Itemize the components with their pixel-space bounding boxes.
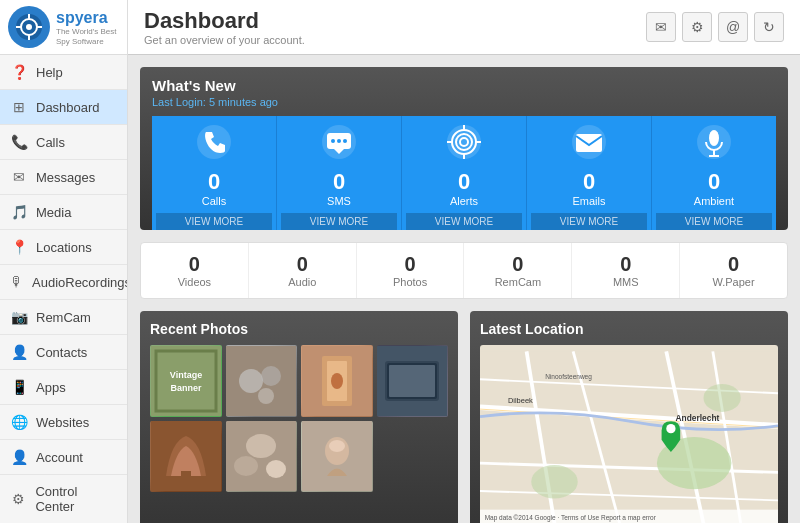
stat-ambient: 0 Ambient VIEW MORE [652, 116, 776, 230]
svg-rect-42 [389, 365, 435, 397]
svg-point-47 [234, 456, 258, 476]
sidebar-label-control-center: Control Center [35, 484, 117, 514]
svg-point-11 [337, 139, 341, 143]
sidebar-item-audiorecordings[interactable]: 🎙 AudioRecordings [0, 265, 127, 300]
remcam-icon: 📷 [10, 309, 28, 325]
calls-count: 0 [208, 169, 220, 195]
sidebar-item-websites[interactable]: 🌐 Websites [0, 405, 127, 440]
sec-stat-wpaper: 0 W.Paper [680, 243, 787, 298]
sidebar-item-account[interactable]: 👤 Account [0, 440, 127, 475]
photos-label: Photos [393, 276, 427, 288]
remcam-count: 0 [512, 253, 523, 276]
svg-text:Map data ©2014 Google · Terms : Map data ©2014 Google · Terms of Use Rep… [485, 514, 657, 522]
stat-emails: 0 Emails VIEW MORE [527, 116, 652, 230]
sidebar-item-help[interactable]: ❓ Help [0, 55, 127, 90]
photo-thumb-3[interactable] [301, 345, 373, 417]
bottom-row: Recent Photos Vintage Banner [140, 311, 788, 523]
alerts-stat-icon [446, 124, 482, 167]
mms-label: MMS [613, 276, 639, 288]
alerts-label: Alerts [450, 195, 478, 207]
ambient-label: Ambient [694, 195, 734, 207]
settings-button[interactable]: ⚙ [682, 12, 712, 42]
messages-icon: ✉ [10, 169, 28, 185]
sidebar-item-locations[interactable]: 📍 Locations [0, 230, 127, 265]
svg-point-38 [331, 373, 343, 389]
sms-label: SMS [327, 195, 351, 207]
sec-stat-remcam: 0 RemCam [464, 243, 572, 298]
sidebar-item-contacts[interactable]: 👤 Contacts [0, 335, 127, 370]
whats-new-title: What's New [152, 77, 776, 94]
sec-stat-mms: 0 MMS [572, 243, 680, 298]
sidebar-label-dashboard: Dashboard [36, 100, 100, 115]
svg-text:Dilbeek: Dilbeek [508, 396, 533, 405]
photo-thumb-7[interactable] [301, 421, 373, 493]
email-button[interactable]: ✉ [646, 12, 676, 42]
photo-thumb-2[interactable] [226, 345, 298, 417]
dashboard-icon: ⊞ [10, 99, 28, 115]
content-area: What's New Last Login: 5 minutes ago 0 C… [128, 55, 800, 523]
svg-rect-44 [181, 471, 191, 481]
sidebar-item-apps[interactable]: 📱 Apps [0, 370, 127, 405]
svg-point-51 [329, 440, 345, 452]
svg-text:Ninoofsteenweg: Ninoofsteenweg [545, 373, 592, 381]
sidebar-item-media[interactable]: 🎵 Media [0, 195, 127, 230]
sec-stat-audio: 0 Audio [249, 243, 357, 298]
emails-view-more[interactable]: VIEW MORE [531, 213, 647, 230]
svg-point-12 [343, 139, 347, 143]
svg-text:Vintage: Vintage [170, 370, 202, 380]
svg-rect-22 [576, 134, 602, 152]
sidebar-label-remcam: RemCam [36, 310, 91, 325]
last-login-text: Last Login: 5 minutes ago [152, 96, 776, 108]
photo-thumb-6[interactable] [226, 421, 298, 493]
svg-text:Banner: Banner [170, 383, 202, 393]
wpaper-label: W.Paper [712, 276, 754, 288]
sidebar-label-audiorecordings: AudioRecordings [32, 275, 128, 290]
emails-label: Emails [572, 195, 605, 207]
ambient-view-more[interactable]: VIEW MORE [656, 213, 772, 230]
recent-photos-title: Recent Photos [150, 321, 448, 337]
svg-point-46 [246, 434, 276, 458]
videos-count: 0 [189, 253, 200, 276]
svg-point-48 [266, 460, 286, 478]
photo-thumb-5[interactable] [150, 421, 222, 493]
sidebar-label-media: Media [36, 205, 71, 220]
page-title: Dashboard [144, 8, 305, 34]
svg-point-64 [704, 384, 741, 412]
map-container: Dilbeek Anderlecht Ninoofsteenweg Map da… [480, 345, 778, 523]
alerts-view-more[interactable]: VIEW MORE [406, 213, 522, 230]
sidebar-item-control-center[interactable]: ⚙ Control Center [0, 475, 127, 523]
logo-icon [8, 6, 50, 48]
audio-count: 0 [297, 253, 308, 276]
stat-calls: 0 Calls VIEW MORE [152, 116, 277, 230]
svg-point-2 [26, 24, 32, 30]
sms-stat-icon [321, 124, 357, 167]
contacts-icon: 👤 [10, 344, 28, 360]
photo-thumb-1[interactable]: Vintage Banner [150, 345, 222, 417]
help-icon: ❓ [10, 64, 28, 80]
calls-view-more[interactable]: VIEW MORE [156, 213, 272, 230]
emails-stat-icon [571, 124, 607, 167]
ambient-stat-icon [696, 124, 732, 167]
page-title-area: Dashboard Get an overview of your accoun… [144, 8, 305, 46]
emails-count: 0 [583, 169, 595, 195]
sidebar-label-calls: Calls [36, 135, 65, 150]
svg-rect-27 [151, 346, 221, 416]
sidebar-item-calls[interactable]: 📞 Calls [0, 125, 127, 160]
sidebar-item-messages[interactable]: ✉ Messages [0, 160, 127, 195]
svg-point-33 [261, 366, 281, 386]
audio-label: Audio [288, 276, 316, 288]
refresh-button[interactable]: ↻ [754, 12, 784, 42]
sidebar-label-apps: Apps [36, 380, 66, 395]
topbar: Dashboard Get an overview of your accoun… [128, 0, 800, 55]
sidebar-item-remcam[interactable]: 📷 RemCam [0, 300, 127, 335]
wpaper-count: 0 [728, 253, 739, 276]
sidebar-item-dashboard[interactable]: ⊞ Dashboard [0, 90, 127, 125]
remcam-label: RemCam [495, 276, 541, 288]
latest-location-title: Latest Location [480, 321, 778, 337]
at-button[interactable]: @ [718, 12, 748, 42]
sms-view-more[interactable]: VIEW MORE [281, 213, 397, 230]
sidebar-label-contacts: Contacts [36, 345, 87, 360]
control-center-icon: ⚙ [10, 491, 27, 507]
secondary-stats-row: 0 Videos 0 Audio 0 Photos 0 RemCam 0 MMS… [140, 242, 788, 299]
photo-thumb-4[interactable] [377, 345, 449, 417]
